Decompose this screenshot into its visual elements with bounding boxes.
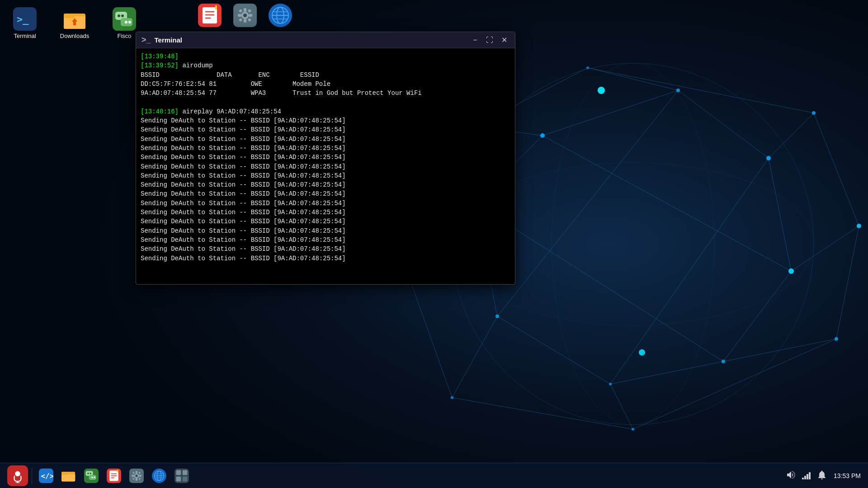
svg-rect-73 bbox=[244, 19, 246, 23]
svg-point-36 bbox=[722, 360, 725, 363]
terminal-line: [13:39:52] airodump bbox=[141, 61, 510, 70]
taskbar-system-icons bbox=[786, 469, 827, 482]
svg-text:</>: </> bbox=[41, 472, 53, 480]
code-editor-icon: </> bbox=[39, 469, 53, 483]
svg-point-100 bbox=[94, 476, 95, 478]
terminal-line: Sending DeAuth to Station -- BSSID [9A:A… bbox=[141, 116, 510, 125]
svg-line-7 bbox=[723, 271, 791, 361]
terminal-line: 9A:AD:07:48:25:54 77 WPA3 Trust in God b… bbox=[141, 89, 510, 98]
taskbar-signal-icon[interactable] bbox=[801, 469, 812, 482]
terminal-line: Sending DeAuth to Station -- BSSID [9A:A… bbox=[141, 162, 510, 171]
svg-point-61 bbox=[125, 21, 127, 23]
taskbar-chat-icon[interactable] bbox=[81, 465, 102, 486]
svg-line-18 bbox=[791, 226, 859, 271]
svg-line-29 bbox=[407, 271, 452, 398]
podcast-app-icon bbox=[7, 465, 28, 486]
terminal-window: >_ Terminal − ⛶ ✕ [13:39:48][13:39:52] a… bbox=[136, 32, 515, 285]
terminal-maximize-button[interactable]: ⛶ bbox=[484, 35, 495, 46]
svg-point-37 bbox=[609, 383, 612, 385]
svg-rect-125 bbox=[176, 470, 181, 475]
desktop-icon-terminal[interactable]: >_ Terminal bbox=[5, 5, 45, 42]
terminal-minimize-button[interactable]: − bbox=[470, 35, 481, 46]
taskbar-browser-icon[interactable] bbox=[149, 465, 170, 486]
top-settings-icon[interactable] bbox=[230, 4, 260, 34]
terminal-line: Sending DeAuth to Station -- BSSID [9A:A… bbox=[141, 199, 510, 208]
taskbar: </> bbox=[0, 463, 868, 488]
taskbar-separator bbox=[32, 468, 32, 484]
svg-point-3 bbox=[552, 63, 714, 425]
svg-line-17 bbox=[769, 113, 814, 158]
taskbar-podcast-icon[interactable] bbox=[7, 465, 28, 486]
svg-point-86 bbox=[15, 471, 20, 476]
svg-rect-54 bbox=[64, 14, 75, 18]
desktop-icons-area: >_ Terminal Downloads bbox=[5, 5, 145, 42]
svg-point-43 bbox=[835, 337, 838, 341]
svg-rect-131 bbox=[807, 474, 808, 479]
svg-point-59 bbox=[118, 14, 120, 17]
svg-point-41 bbox=[812, 111, 816, 115]
terminal-line: Sending DeAuth to Station -- BSSID [9A:A… bbox=[141, 153, 510, 162]
svg-point-33 bbox=[676, 89, 680, 92]
desktop-icon-downloads[interactable]: Downloads bbox=[54, 5, 95, 42]
svg-line-12 bbox=[542, 136, 791, 271]
terminal-line: Sending DeAuth to Station -- BSSID [9A:A… bbox=[141, 189, 510, 198]
svg-point-45 bbox=[451, 396, 453, 399]
terminal-line: Sending DeAuth to Station -- BSSID [9A:A… bbox=[141, 208, 510, 217]
svg-rect-112 bbox=[132, 474, 134, 476]
taskbar-multitask-icon[interactable] bbox=[171, 465, 192, 486]
terminal-line: Sending DeAuth to Station -- BSSID [9A:A… bbox=[141, 226, 510, 235]
downloads-icon-label: Downloads bbox=[60, 33, 89, 39]
fisco-icon-label: Fisco bbox=[117, 33, 131, 39]
taskbar-notification-icon[interactable] bbox=[816, 469, 827, 482]
svg-point-48 bbox=[598, 87, 605, 94]
terminal-title-area: >_ Terminal bbox=[142, 35, 182, 45]
svg-line-8 bbox=[610, 361, 723, 384]
terminal-icon-label: Terminal bbox=[14, 33, 36, 39]
svg-rect-72 bbox=[244, 8, 246, 12]
downloads-folder-icon bbox=[63, 7, 86, 31]
svg-point-44 bbox=[632, 428, 634, 431]
terminal-close-button[interactable]: ✕ bbox=[499, 35, 509, 46]
settings-app-icon bbox=[233, 4, 257, 27]
top-notes-icon[interactable] bbox=[194, 4, 225, 34]
browser-tb-icon bbox=[152, 469, 166, 483]
taskbar-settings-icon[interactable] bbox=[126, 465, 147, 486]
signal-svg-icon bbox=[801, 469, 812, 480]
svg-rect-130 bbox=[804, 476, 806, 479]
svg-point-32 bbox=[540, 133, 545, 138]
taskbar-notes-icon[interactable] bbox=[104, 465, 124, 486]
svg-point-109 bbox=[135, 474, 137, 477]
svg-text:>_: >_ bbox=[17, 14, 29, 25]
terminal-content[interactable]: [13:39:48][13:39:52] airodumpBSSID DATA … bbox=[136, 48, 515, 284]
svg-line-28 bbox=[452, 398, 633, 429]
downloads-icon-img bbox=[63, 7, 86, 31]
svg-rect-126 bbox=[183, 470, 188, 475]
notes-tb-icon bbox=[107, 469, 121, 483]
multitask-tb-icon bbox=[175, 469, 189, 483]
svg-line-19 bbox=[723, 339, 836, 361]
svg-line-13 bbox=[497, 90, 678, 316]
terminal-line: BSSID DATA ENC ESSID bbox=[141, 70, 510, 80]
svg-rect-132 bbox=[809, 472, 811, 479]
taskbar-file-manager-icon[interactable] bbox=[58, 465, 79, 486]
taskbar-left: </> bbox=[7, 465, 192, 486]
terminal-line bbox=[141, 98, 510, 107]
terminal-line: [13:39:48] bbox=[141, 52, 510, 61]
podcast-svg-icon bbox=[10, 469, 25, 483]
svg-rect-92 bbox=[61, 474, 75, 481]
svg-line-14 bbox=[610, 158, 769, 384]
top-browser-icon[interactable] bbox=[265, 4, 296, 34]
taskbar-clock: 13:53 PM bbox=[834, 472, 861, 479]
svg-point-49 bbox=[639, 349, 645, 356]
svg-point-34 bbox=[766, 156, 771, 160]
svg-line-6 bbox=[769, 158, 791, 271]
svg-point-42 bbox=[857, 224, 861, 228]
taskbar-volume-icon[interactable] bbox=[786, 469, 797, 482]
file-manager-icon bbox=[61, 469, 76, 483]
terminal-line: Sending DeAuth to Station -- BSSID [9A:A… bbox=[141, 144, 510, 153]
taskbar-code-editor-icon[interactable]: </> bbox=[36, 465, 57, 486]
svg-rect-113 bbox=[139, 474, 141, 476]
terminal-line: DD:C5:7F:76:E2:54 81 OWE Modem Pole bbox=[141, 80, 510, 89]
svg-rect-75 bbox=[249, 14, 252, 17]
top-app-icons bbox=[194, 4, 296, 34]
